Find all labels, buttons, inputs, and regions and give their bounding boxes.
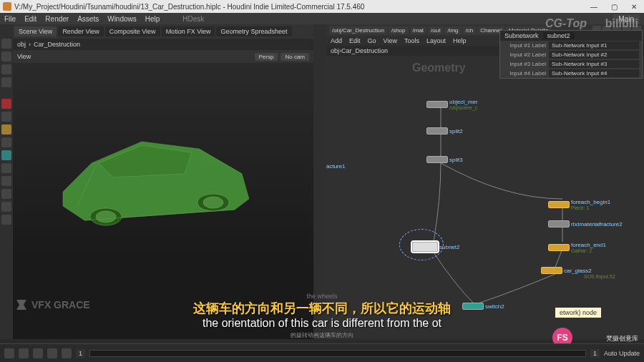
menu-windows[interactable]: Windows (107, 15, 137, 23)
persp-dropdown[interactable]: Persp (255, 53, 278, 61)
minimize-button[interactable]: — (587, 3, 601, 11)
play-end-icon[interactable] (62, 348, 72, 358)
tool-f-icon[interactable] (1, 202, 11, 212)
watermark-cgtop: CG-Top (545, 17, 587, 30)
svg-point-3 (203, 197, 223, 208)
menu-help[interactable]: Help (145, 15, 160, 23)
shelf-tools-left (0, 24, 13, 339)
tool-b-icon[interactable] (1, 137, 11, 147)
geometry-label: Geometry (412, 62, 466, 74)
frame-start[interactable]: 1 (76, 349, 85, 358)
tool-cyan-icon[interactable] (1, 150, 11, 160)
param-value-2[interactable]: Sub-Network Input #2 (549, 51, 639, 59)
tool-red-icon[interactable] (1, 99, 11, 109)
netmenu-add[interactable]: Add (331, 37, 342, 44)
node-object-merge[interactable]: object_mer/obj/scene_c (426, 99, 478, 110)
menu-edit[interactable]: Edit (24, 15, 36, 23)
node-split3[interactable]: split3 (426, 156, 463, 163)
netmenu-help[interactable]: Help (453, 37, 467, 44)
play-next-icon[interactable] (47, 348, 57, 358)
node-split2[interactable]: split2 (426, 127, 463, 134)
netmenu-edit[interactable]: Edit (349, 37, 361, 44)
window-title: V:/My_Project/Houdini/Tsunami/houdini/13… (14, 3, 587, 11)
tool-e-icon[interactable] (1, 189, 11, 199)
nettab-mat[interactable]: /mat (410, 26, 427, 34)
svg-point-1 (96, 211, 116, 222)
nettab-shop[interactable]: /shop (389, 26, 409, 34)
menu-assets[interactable]: Assets (77, 15, 99, 23)
nettab-img[interactable]: /img (444, 26, 461, 34)
menu-render[interactable]: Render (45, 15, 69, 23)
watermark-fs-cn: 梵摄创意库 (606, 334, 638, 343)
netmenu-layout[interactable]: Layout (426, 37, 446, 44)
node-sos-input[interactable]: SOS.finput.52 (584, 274, 615, 279)
menu-file[interactable]: File (4, 15, 16, 23)
tab-motionfx-view[interactable]: Motion FX View (162, 26, 215, 36)
hdesk-label[interactable]: HDesk (182, 15, 204, 23)
node-switch2[interactable]: switch2 (462, 303, 504, 310)
play-icon[interactable] (33, 348, 43, 358)
param-label-1: Input #1 Label (503, 42, 546, 49)
tab-composite-view[interactable]: Composite View (105, 26, 160, 36)
tab-geo-spreadsheet[interactable]: Geometry Spreadsheet (216, 26, 291, 36)
maximize-button[interactable]: ▢ (607, 3, 621, 11)
node-fracture1[interactable]: acture1 (326, 163, 346, 170)
tool-scale-icon[interactable] (1, 77, 11, 87)
timeline-track[interactable] (89, 350, 586, 357)
param-value-3[interactable]: Sub-Network Input #3 (549, 60, 639, 68)
watermark-vfx: VFX GRACE (14, 298, 90, 312)
node-foreach-end[interactable]: foreach_end1Gather: 2 (548, 242, 606, 253)
netmenu-go[interactable]: Go (368, 37, 376, 44)
param-label-4: Input #4 Label (503, 70, 546, 77)
nettab-car[interactable]: /obj/Car_Destruction (329, 26, 387, 34)
tool-d-icon[interactable] (1, 176, 11, 186)
view-label: View (17, 53, 31, 60)
node-subnet2[interactable]: subnet2 (412, 242, 459, 252)
path-obj[interactable]: obj (17, 41, 26, 48)
param-value-1[interactable]: Sub-Network Input #1 (549, 41, 639, 49)
param-value-4[interactable]: Sub-Network Input #4 (549, 69, 639, 77)
play-start-icon[interactable] (4, 348, 14, 358)
car-geometry (42, 106, 270, 249)
node-rbdmaterialfracture[interactable]: rbdmaterialfracture2 (548, 220, 623, 228)
auto-update-toggle[interactable]: Auto Update (604, 350, 640, 357)
tool-yellow-icon[interactable] (1, 124, 11, 134)
nettab-ch[interactable]: /ch (463, 26, 477, 34)
tool-g-icon[interactable] (1, 215, 11, 225)
camera-dropdown[interactable]: No cam (280, 53, 309, 61)
network-editor[interactable]: Geometry object_mer/obj/scene_c split2 (326, 56, 644, 339)
close-button[interactable]: ✕ (627, 3, 641, 11)
tool-select-icon[interactable] (1, 39, 11, 49)
svg-marker-7 (16, 300, 26, 310)
nettab-out[interactable]: /out (428, 26, 443, 34)
tooltip: etwork) node (555, 308, 601, 318)
timeline: 1 1 Auto Update (0, 343, 644, 362)
watermark-bilibili: bilibili (605, 17, 638, 30)
node-car-glass[interactable]: car_glass2 (541, 267, 592, 274)
netpath-node[interactable]: Car_Destruction (341, 47, 388, 54)
tool-rotate-icon[interactable] (1, 64, 11, 74)
netpath-obj[interactable]: obj (331, 47, 339, 54)
tool-c-icon[interactable] (1, 163, 11, 173)
param-label-2: Input #2 Label (503, 52, 546, 58)
tool-a-icon[interactable] (1, 112, 11, 122)
param-type: Subnetwork (504, 32, 539, 39)
chevron-right-icon: › (29, 41, 31, 48)
app-icon (3, 2, 11, 11)
netmenu-tools[interactable]: Tools (404, 37, 419, 44)
tool-move-icon[interactable] (1, 52, 11, 62)
parameter-panel: Subnetwork subnet2 Input #1 LabelSub-Net… (499, 30, 643, 79)
frame-current[interactable]: 1 (590, 349, 600, 358)
tab-scene-view[interactable]: Scene View (14, 26, 57, 36)
viewport-right-tools (313, 24, 326, 339)
param-label-3: Input #3 Label (503, 61, 546, 67)
netmenu-view[interactable]: View (384, 37, 397, 44)
param-name[interactable]: subnet2 (543, 32, 575, 39)
play-prev-icon[interactable] (19, 348, 29, 358)
node-foreach-begin[interactable]: foreach_begin1Piece: 1 (548, 199, 610, 210)
path-node[interactable]: Car_Destruction (34, 41, 80, 48)
tab-render-view[interactable]: Render View (58, 26, 103, 36)
